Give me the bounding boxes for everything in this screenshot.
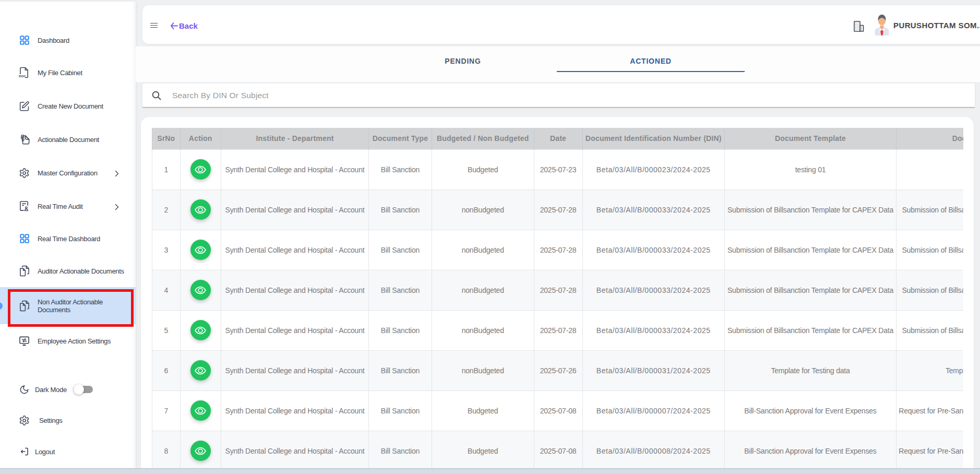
- svg-text:DOC: DOC: [19, 74, 26, 77]
